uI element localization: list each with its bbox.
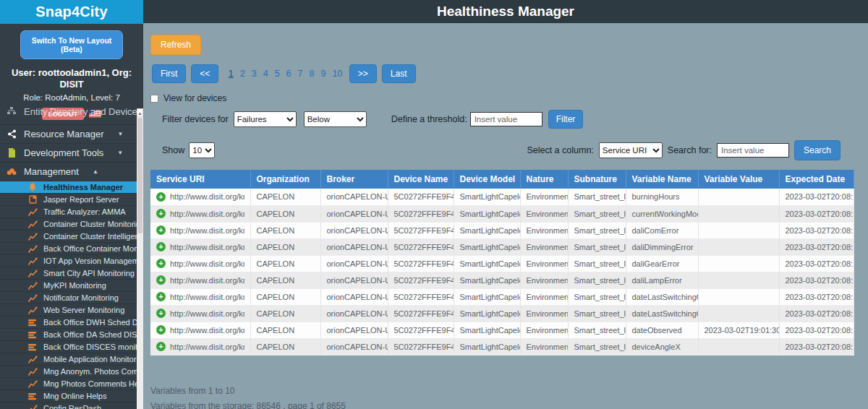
scroll-up-icon[interactable]: ▲ [137, 108, 143, 117]
column-header-service-uri[interactable]: Service URI [150, 170, 250, 189]
filter-direction-select[interactable]: Below [304, 111, 367, 127]
column-header-device-model[interactable]: Device Model [454, 170, 520, 189]
page-number-3[interactable]: 3 [252, 69, 257, 79]
sidebar-item-back-office-container-monitoring[interactable]: Back Office Container Monitoring [0, 242, 143, 254]
filter-button[interactable]: Filter [548, 110, 584, 129]
page-number-7[interactable]: 7 [298, 69, 303, 79]
page-number-4[interactable]: 4 [263, 69, 268, 79]
expand-row-icon[interactable]: + [156, 342, 166, 351]
filter-metric-select[interactable]: Failures [234, 111, 297, 127]
sidebar-item-development-tools[interactable]: Development Tools▼ [0, 143, 143, 162]
sidebar-item-label: Healthiness Manager [43, 183, 123, 191]
table-row: +http://www.disit.org/km4cit...CAPELONor… [150, 305, 854, 322]
last-page-button[interactable]: Last [382, 64, 416, 83]
column-header-broker[interactable]: Broker [320, 170, 388, 189]
cell-organization: CAPELON [250, 222, 320, 238]
sidebar-item-mng-photos-comments-helant[interactable]: Mng Photos Comments HelAnt [0, 377, 143, 389]
view-for-devices-checkbox[interactable] [150, 95, 158, 103]
expand-row-icon[interactable]: + [156, 225, 166, 235]
sidebar-item-label: Entity Directory and Devices [24, 106, 142, 117]
cell-broker: orionCAPELON-UNIFI [320, 305, 388, 322]
page-number-9[interactable]: 9 [320, 69, 326, 79]
column-header-variable-name[interactable]: Variable Name [626, 170, 698, 189]
column-header-variable-value[interactable]: Variable Value [698, 170, 779, 189]
sidebar-item-smart-city-api-monitoring[interactable]: Smart City API Monitoring [0, 267, 143, 279]
sidebar-item-mng-online-helps[interactable]: Mng Online Helps [0, 389, 143, 402]
first-page-button[interactable]: First [152, 64, 186, 83]
service-uri-text: http://www.disit.org/km4cit... [170, 343, 244, 351]
search-input[interactable] [717, 143, 789, 158]
show-count-select[interactable]: 10 [189, 142, 215, 158]
chevron-up-icon: ▲ [93, 168, 98, 175]
cell-service-uri: +http://www.disit.org/km4cit... [150, 322, 250, 338]
cell-device-model: SmartLightCapelon [454, 272, 520, 288]
sidebar-item-entity-directory-and-devices[interactable]: Entity Directory and Devices [0, 106, 143, 124]
cell-service-uri: +http://www.disit.org/km4cit... [150, 288, 250, 305]
expand-row-icon[interactable]: + [156, 259, 166, 268]
column-select[interactable]: Service URI [599, 142, 663, 158]
user-line1: User: roottooladmin1, Org: [0, 67, 143, 79]
sidebar-item-container-cluster-monitoring[interactable]: Container Cluster Monitoring [0, 218, 143, 230]
sidebar-item-back-office-da-sched-disces[interactable]: Back Office DA Sched DISCES [0, 328, 143, 340]
sidebar-item-resource-manager[interactable]: Resource Manager▼ [0, 124, 143, 143]
expand-row-icon[interactable]: + [156, 275, 166, 285]
sidebar-item-iot-app-version-management[interactable]: IOT App Version Management [0, 254, 143, 267]
sidebar-item-notificator-monitoring[interactable]: Notificator Monitoring [0, 291, 143, 303]
cell-nature: Environment [520, 189, 568, 205]
expand-row-icon[interactable]: + [156, 309, 166, 318]
next-page-button[interactable]: >> [349, 64, 377, 83]
sidebar-item-config-resdash[interactable]: Config ResDash [0, 402, 143, 409]
search-for-label: Search for: [668, 145, 712, 155]
threshold-input[interactable] [470, 112, 542, 126]
sidebar-menu: Entity Directory and DevicesResource Man… [0, 106, 143, 409]
expand-row-icon[interactable]: + [156, 242, 166, 251]
page-number-1[interactable]: 1 [229, 69, 234, 79]
sidebar-item-healthiness-manager[interactable]: Healthiness Manager [0, 181, 143, 193]
page-number-8[interactable]: 8 [310, 69, 315, 79]
table-row: +http://www.disit.org/km4cit...CAPELONor… [150, 288, 854, 305]
sidebar-item-back-office-disces-monitor[interactable]: Back Office DISCES monitor [0, 340, 143, 353]
storage-summary-text: Variables from the storage: 86546 , page… [150, 401, 861, 409]
sidebar-item-jasper-report-server[interactable]: Jasper Report Server [0, 193, 143, 205]
cell-variable-value [698, 255, 779, 272]
sidebar-item-mng-anonym-photos-comments[interactable]: Mng Anonym. Photos Comments [0, 365, 143, 377]
expand-row-icon[interactable]: + [156, 292, 166, 301]
sidebar-item-label: Back Office DISCES monitor [43, 343, 143, 351]
column-header-device-name[interactable]: Device Name [388, 170, 454, 189]
sidebar-item-mykpi-monitoring[interactable]: MyKPI Monitoring [0, 279, 143, 291]
service-uri-text: http://www.disit.org/km4cit... [170, 276, 244, 285]
table-row: +http://www.disit.org/km4cit...CAPELONor… [150, 238, 854, 255]
search-button[interactable]: Search [794, 140, 841, 160]
expand-row-icon[interactable]: + [156, 192, 166, 202]
sidebar-item-mobile-application-monitoring[interactable]: Mobile Application Monitoring [0, 353, 143, 365]
page-number-6[interactable]: 6 [286, 69, 292, 79]
sidebar-item-web-server-monitoring[interactable]: Web Server Monitoring [0, 303, 143, 316]
sidebar-item-container-cluster-intelligence[interactable]: Container Cluster Intelligence [0, 230, 143, 242]
refresh-button[interactable]: Refresh [150, 35, 201, 55]
column-header-organization[interactable]: Organization [250, 170, 320, 189]
sidebar-item-back-office-dwh-sched-disces[interactable]: Back Office DWH Sched DISCES [0, 316, 143, 328]
expand-row-icon[interactable]: + [156, 325, 166, 335]
expand-row-icon[interactable]: + [156, 209, 166, 218]
column-header-subnature[interactable]: Subnature [568, 170, 626, 189]
cell-organization: CAPELON [250, 238, 320, 255]
page-number-5[interactable]: 5 [275, 69, 280, 79]
sidebar-item-management[interactable]: Management▲ [0, 162, 143, 181]
cell-device-name: 5C0272FFFE9F4CF0 [388, 272, 454, 288]
switch-layout-button[interactable]: Switch To New Layout (Beta) [20, 30, 123, 59]
cell-service-uri: +http://www.disit.org/km4cit... [150, 238, 250, 255]
sidebar-item-traffic-analyzer-amma[interactable]: Traffic Analyzer: AMMA [0, 205, 143, 218]
cell-device-name: 5C0272FFFE9F4CF0 [388, 205, 454, 222]
column-header-expected-date[interactable]: Expected Date [779, 170, 854, 189]
cell-variable-name: daliComError [626, 222, 698, 238]
healthiness-table: Service URIOrganizationBrokerDevice Name… [150, 170, 854, 356]
sidebar-item-label: Back Office DWH Sched DISCES [43, 318, 143, 327]
sidebar-item-label: Development Tools [24, 147, 103, 158]
scrollbar-thumb[interactable] [137, 118, 142, 233]
page-number-10[interactable]: 10 [332, 69, 342, 79]
cell-expected-date: 2023-03-02T20:08:10Z [779, 189, 854, 205]
prev-page-button[interactable]: << [191, 64, 218, 83]
page-number-2[interactable]: 2 [240, 69, 245, 79]
column-header-nature[interactable]: Nature [520, 170, 568, 189]
sidebar-scrollbar[interactable]: ▲ [137, 108, 143, 409]
